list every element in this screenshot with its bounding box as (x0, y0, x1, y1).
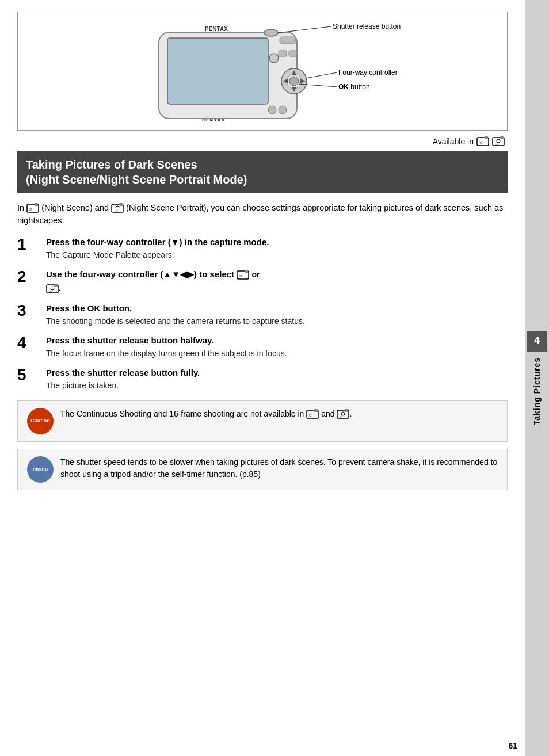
camera-diagram: PENTAX PENTAX (26, 21, 498, 121)
svg-text:Shutter release button: Shutter release button (333, 22, 401, 30)
night-scene-icon: ☼ (476, 136, 489, 147)
svg-text:☼: ☼ (114, 209, 117, 213)
step-2-number: 2 (17, 268, 46, 286)
section-title-line2: (Night Scene/Night Scene Portrait Mode) (26, 173, 247, 186)
svg-text:Four-way controller: Four-way controller (338, 68, 398, 77)
camera-svg: PENTAX PENTAX (96, 21, 429, 121)
svg-rect-6 (279, 51, 287, 56)
svg-rect-5 (280, 37, 296, 44)
main-content: PENTAX PENTAX (0, 0, 525, 520)
step-2-content: Use the four-way controller (▲▼◀▶) to se… (46, 268, 508, 295)
svg-text:PENTAX: PENTAX (205, 26, 228, 32)
svg-text:☼: ☼ (495, 142, 498, 146)
step-1-content: Press the four-way controller (▼) in the… (46, 236, 508, 261)
intro-paragraph: In ☼ (Night Scene) and ☼ (Night Scene Po… (17, 201, 508, 227)
chapter-number: 4 (527, 331, 547, 352)
step-5-title: Press the shutter release button fully. (46, 366, 508, 379)
step-4: 4 Press the shutter release button halfw… (17, 334, 508, 360)
svg-point-17 (264, 29, 278, 36)
svg-text:☼: ☼ (479, 139, 483, 145)
memo-text: The shutter speed tends to be slower whe… (60, 456, 499, 480)
intro-night-scene-icon: ☼ (26, 203, 39, 213)
section-title-line1: Taking Pictures of Dark Scenes (26, 158, 197, 171)
svg-rect-1 (167, 38, 268, 104)
memo-box: memo The shutter speed tends to be slowe… (17, 449, 508, 490)
svg-rect-44 (54, 284, 58, 287)
svg-text:☼: ☼ (28, 206, 33, 212)
svg-text:☼: ☼ (49, 289, 52, 293)
svg-rect-7 (289, 51, 297, 56)
svg-rect-33 (35, 203, 38, 206)
svg-point-16 (279, 106, 287, 114)
step-3-content: Press the OK button. The shooting mode i… (46, 302, 508, 327)
memo-icon-wrap: memo (26, 456, 55, 483)
step-1-number: 1 (17, 236, 46, 254)
step-3-title: Press the OK button. (46, 302, 508, 314)
svg-point-14 (289, 77, 299, 86)
step-4-desc: The focus frame on the display turns gre… (46, 348, 508, 360)
svg-text:☼: ☼ (238, 273, 243, 278)
svg-text:☼: ☼ (340, 415, 343, 419)
caution-box: Caution The Continuous Shooting and 16-f… (17, 400, 508, 442)
page-container: 4 Taking Pictures 61 PENTAX PEN (0, 0, 549, 756)
caution-text: The Continuous Shooting and 16-frame sho… (60, 408, 499, 420)
svg-text:OK  button: OK button (338, 83, 370, 91)
svg-rect-47 (314, 409, 318, 412)
svg-rect-30 (500, 136, 504, 139)
svg-text:☼: ☼ (308, 412, 312, 418)
night-scene-portrait-icon: ☼ (492, 136, 505, 147)
step2-icon2: ☼ (46, 284, 59, 294)
step-3: 3 Press the OK button. The shooting mode… (17, 302, 508, 327)
intro-night-portrait-icon: ☼ (111, 203, 124, 213)
step-5-number: 5 (17, 366, 46, 384)
step-5-desc: The picture is taken. (46, 380, 508, 392)
svg-rect-37 (119, 203, 123, 206)
steps-container: 1 Press the four-way controller (▼) in t… (17, 236, 508, 392)
caution-icon-wrap: Caution (26, 408, 55, 434)
step-1-title: Press the four-way controller (▼) in the… (46, 236, 508, 248)
camera-diagram-box: PENTAX PENTAX (17, 12, 508, 131)
memo-badge: memo (27, 456, 54, 483)
section-header: Taking Pictures of Dark Scenes (Night Sc… (17, 151, 508, 193)
step-2-title: Use the four-way controller (▲▼◀▶) to se… (46, 268, 508, 281)
memo-badge-text: memo (33, 466, 48, 472)
svg-text:PENTAX: PENTAX (202, 118, 225, 121)
available-in-line: Available in ☼ ☼ (17, 136, 508, 147)
svg-rect-40 (245, 270, 248, 273)
step-3-number: 3 (17, 302, 46, 320)
step-4-number: 4 (17, 334, 46, 352)
page-number: 61 (508, 741, 517, 750)
svg-point-4 (269, 54, 279, 63)
right-sidebar: 4 Taking Pictures (525, 0, 549, 756)
available-in-text: Available in (433, 137, 474, 146)
step2-icon1: ☼ (237, 270, 249, 280)
step-4-title: Press the shutter release button halfway… (46, 334, 508, 346)
step-1-desc: The Capture Mode Palette appears. (46, 249, 508, 261)
step-2-title-cont: ☼ . (46, 282, 508, 294)
svg-line-18 (278, 26, 331, 33)
step-5: 5 Press the shutter release button fully… (17, 366, 508, 392)
svg-line-20 (306, 72, 337, 78)
svg-rect-51 (345, 409, 348, 412)
step-3-desc: The shooting mode is selected and the ca… (46, 315, 508, 327)
svg-point-15 (268, 106, 276, 114)
caution-icon2: ☼ (337, 409, 349, 419)
step-2: 2 Use the four-way controller (▲▼◀▶) to … (17, 268, 508, 295)
step-4-content: Press the shutter release button halfway… (46, 334, 508, 360)
chapter-label: Taking Pictures (532, 357, 542, 425)
caution-icon1: ☼ (306, 409, 319, 419)
step-1: 1 Press the four-way controller (▼) in t… (17, 236, 508, 261)
caution-badge-text: Caution (30, 418, 50, 424)
svg-rect-26 (485, 136, 488, 139)
caution-badge: Caution (27, 408, 54, 434)
step-5-content: Press the shutter release button fully. … (46, 366, 508, 392)
